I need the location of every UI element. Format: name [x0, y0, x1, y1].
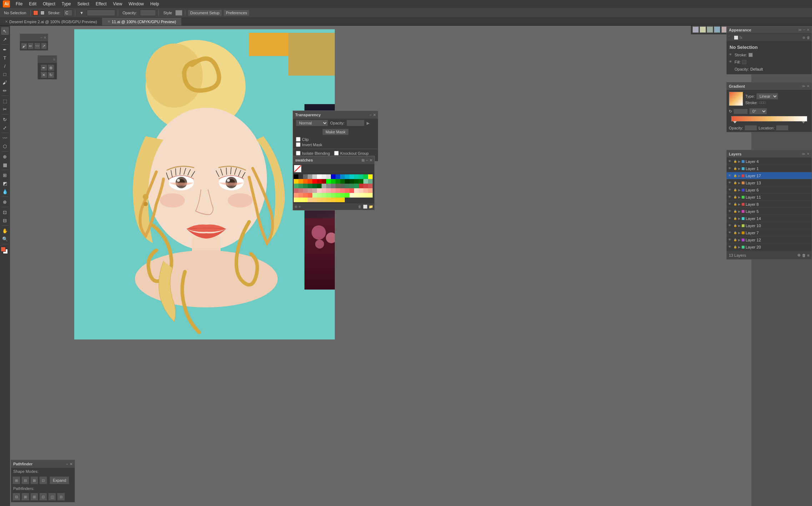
appear-expand[interactable]: ≫: [798, 28, 802, 32]
swatch-1[interactable]: [298, 174, 303, 179]
slice-tool[interactable]: ⊟: [1, 216, 9, 224]
layer-expand-5[interactable]: ▶: [738, 195, 741, 199]
swatch-62[interactable]: [345, 188, 349, 193]
swatch-68[interactable]: [294, 193, 298, 198]
column-graph-tool[interactable]: ▦: [1, 161, 9, 169]
swatch-94[interactable]: [336, 198, 340, 202]
gradient-close[interactable]: ✕: [807, 84, 810, 88]
swatch-95[interactable]: [340, 198, 345, 202]
symbol-sprayer-tool[interactable]: ⊕: [1, 153, 9, 160]
appear-fill-icon[interactable]: [742, 60, 746, 64]
swatch-33[interactable]: [368, 179, 373, 184]
swatch-88[interactable]: [308, 198, 312, 202]
swatch-28[interactable]: [345, 179, 349, 184]
appear-tab-0[interactable]: ⬛: [728, 36, 732, 40]
appear-fill-eye[interactable]: 👁: [729, 60, 733, 64]
style-swatch-9[interactable]: [700, 26, 706, 33]
swatch-12[interactable]: [349, 174, 354, 179]
appear-tab-3[interactable]: ⊕: [802, 36, 805, 40]
layer-eye-11[interactable]: 👁: [728, 238, 732, 242]
gradient-location-input[interactable]: [776, 125, 788, 131]
swatch-6[interactable]: [322, 174, 326, 179]
swatch-30[interactable]: [354, 179, 359, 184]
rotate-tool[interactable]: ↻: [1, 116, 9, 123]
direct-selection-tool[interactable]: ↗: [1, 35, 9, 43]
swatch-89[interactable]: [312, 198, 317, 202]
trans-isolate-check[interactable]: [296, 151, 301, 155]
swatch-23[interactable]: [322, 179, 326, 184]
trans-min[interactable]: −: [369, 113, 372, 117]
layer-expand-7[interactable]: ▶: [738, 210, 741, 213]
layer-eye-5[interactable]: 👁: [728, 195, 732, 199]
swatch-15[interactable]: [363, 174, 368, 179]
layer-row-4[interactable]: 👁 🔒 ▶ Layer 6: [727, 186, 812, 194]
fill-swatch[interactable]: [33, 10, 38, 15]
swatch-4[interactable]: [312, 174, 317, 179]
swatch-38[interactable]: [312, 184, 317, 188]
layer-expand-10[interactable]: ▶: [738, 231, 741, 235]
layer-expand-0[interactable]: ▶: [738, 160, 741, 163]
swatch-53[interactable]: [303, 188, 308, 193]
swatch-44[interactable]: [340, 184, 345, 188]
menu-type[interactable]: Type: [59, 1, 74, 7]
swatch-19[interactable]: [303, 179, 308, 184]
appear-stroke-eye[interactable]: 👁: [729, 53, 733, 57]
trans-knockout-check[interactable]: [334, 151, 339, 155]
layers-options-btn[interactable]: ≡: [807, 253, 810, 257]
swatch-11[interactable]: [345, 174, 349, 179]
brush-3[interactable]: ↗: [41, 43, 47, 49]
layers-add-btn[interactable]: ⊕: [797, 253, 801, 257]
swatch-56[interactable]: [317, 188, 322, 193]
scissors-tool[interactable]: ✂: [1, 105, 9, 113]
swatch-27[interactable]: [340, 179, 345, 184]
style-swatch[interactable]: [175, 10, 182, 16]
brush-0[interactable]: 🖌: [21, 43, 27, 49]
layer-lock-9[interactable]: 🔒: [733, 224, 737, 228]
layer-eye-2[interactable]: 👁: [728, 174, 732, 178]
swatch-32[interactable]: [363, 179, 368, 184]
pf-exclude[interactable]: ⊡: [39, 476, 47, 484]
layer-lock-12[interactable]: 🔒: [733, 245, 737, 249]
swatch-63[interactable]: [349, 188, 354, 193]
swatch-76[interactable]: [331, 193, 336, 198]
swatch-35[interactable]: [298, 184, 303, 188]
swatch-42[interactable]: [331, 184, 336, 188]
gradient-angle-select[interactable]: 0°: [749, 108, 767, 114]
line-tool[interactable]: /: [1, 62, 9, 70]
layer-lock-3[interactable]: 🔒: [733, 181, 737, 185]
swatch-69[interactable]: [298, 193, 303, 198]
swatch-90[interactable]: [317, 198, 322, 202]
warp-tool[interactable]: 〰: [1, 134, 9, 142]
menu-help[interactable]: Help: [147, 1, 162, 7]
swatch-77[interactable]: [336, 193, 340, 198]
swatch-72[interactable]: [312, 193, 317, 198]
swatch-34[interactable]: [294, 184, 298, 188]
pf-minus-front[interactable]: ⊟: [21, 476, 29, 484]
layer-expand-1[interactable]: ▶: [738, 167, 741, 170]
layer-row-2[interactable]: 👁 🔒 ▶ Layer 17: [727, 172, 812, 179]
layer-eye-10[interactable]: 👁: [728, 231, 732, 235]
swatch-18[interactable]: [298, 179, 303, 184]
brushes-close[interactable]: −: [40, 36, 42, 40]
swatch-50[interactable]: [368, 184, 373, 188]
sw-show-swatch[interactable]: ⊕: [294, 205, 297, 209]
layer-expand-2[interactable]: ▶: [738, 174, 741, 178]
layer-lock-1[interactable]: 🔒: [733, 167, 737, 170]
layer-row-0[interactable]: 👁 🔒 ▶ Layer 4: [727, 158, 812, 165]
layer-lock-10[interactable]: 🔒: [733, 231, 737, 235]
layer-row-8[interactable]: 👁 🔒 ▶ Layer 14: [727, 215, 812, 222]
swatch-93[interactable]: [331, 198, 336, 202]
layer-eye-0[interactable]: 👁: [728, 159, 732, 164]
swatch-37[interactable]: [308, 184, 312, 188]
free-transform-tool[interactable]: ⬡: [1, 142, 9, 150]
swatch-92[interactable]: [326, 198, 331, 202]
sw-new[interactable]: ⬜: [363, 205, 367, 209]
trans-close[interactable]: ✕: [373, 113, 376, 117]
stroke-input[interactable]: [64, 10, 72, 16]
swatch-10[interactable]: [340, 174, 345, 179]
gradient-tool[interactable]: ◩: [1, 179, 9, 187]
pen-3[interactable]: ↻: [48, 72, 54, 78]
layer-row-3[interactable]: 👁 🔒 ▶ Layer 13: [727, 179, 812, 186]
pf-divide[interactable]: ⊟: [12, 493, 20, 501]
pf-min[interactable]: −: [66, 462, 68, 466]
